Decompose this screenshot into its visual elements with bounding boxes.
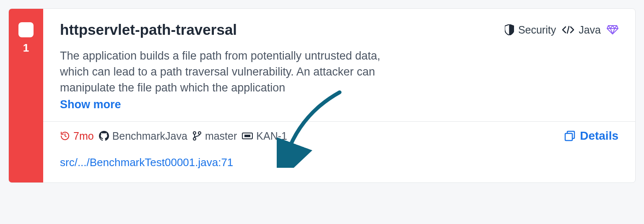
history-icon <box>60 131 70 141</box>
finding-card: 1 httpservlet-path-traversal <box>8 8 636 183</box>
tag-group: Security Java <box>505 24 618 36</box>
branch-meta: master <box>192 130 237 142</box>
github-icon <box>99 131 109 141</box>
svg-line-0 <box>567 26 569 33</box>
meta-row: 7mo BenchmarkJava <box>60 130 287 142</box>
details-label: Details <box>580 129 618 143</box>
security-tag-label: Security <box>518 24 556 36</box>
window-icon <box>564 130 576 142</box>
code-icon <box>562 26 574 34</box>
shield-icon <box>505 24 514 35</box>
finding-title: httpservlet-path-traversal <box>60 21 237 38</box>
language-tag-label: Java <box>579 24 601 36</box>
language-tag: Java <box>562 24 601 36</box>
card-content: httpservlet-path-traversal <box>43 9 635 182</box>
severity-sidebar: 1 <box>9 9 43 182</box>
repo-meta: BenchmarkJava <box>99 130 187 142</box>
ticket-label: KAN-1 <box>256 130 287 142</box>
security-tag: Security <box>505 24 556 36</box>
svg-rect-6 <box>565 133 572 141</box>
branch-icon <box>192 131 202 141</box>
svg-rect-5 <box>245 135 250 137</box>
file-path-link[interactable]: src/.../BenchmarkTest00001.java:71 <box>60 156 618 169</box>
show-more-link[interactable]: Show more <box>60 98 618 111</box>
branch-label: master <box>205 130 237 142</box>
ticket-meta: KAN-1 <box>242 130 287 142</box>
select-checkbox[interactable] <box>18 22 34 37</box>
age-meta: 7mo <box>60 130 94 142</box>
age-label: 7mo <box>73 130 94 142</box>
finding-description: The application builds a file path from … <box>60 48 387 96</box>
ticket-icon <box>242 132 253 140</box>
finding-count: 1 <box>23 42 29 55</box>
diamond-icon <box>607 25 618 35</box>
repo-label: BenchmarkJava <box>112 130 187 142</box>
details-button[interactable]: Details <box>564 129 618 143</box>
